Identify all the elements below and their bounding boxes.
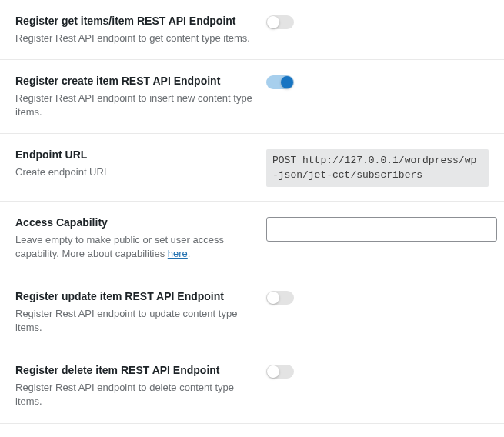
access-capability-input[interactable] (266, 217, 497, 242)
endpoint-url-value: POST http://127.0.0.1/wordpress/wp-json/… (266, 149, 489, 186)
toggle-create-item[interactable] (266, 75, 294, 89)
row-desc: Register Rest API endpoint to update con… (15, 307, 254, 335)
row-control (266, 363, 489, 409)
row-control (266, 14, 489, 45)
row-desc: Register Rest API endpoint to insert new… (15, 92, 254, 119)
row-label-group: Endpoint URL Create endpoint URL (15, 148, 254, 186)
setting-row-access-capability: Access Capability Leave empty to make pu… (0, 202, 504, 275)
desc-text-pre: Leave empty to make public or set user a… (15, 234, 224, 259)
row-title: Endpoint URL (15, 148, 254, 162)
toggle-update-item[interactable] (266, 291, 294, 305)
row-label-group: Register update item REST API Endpoint R… (15, 289, 254, 335)
row-control: POST http://127.0.0.1/wordpress/wp-json/… (266, 148, 489, 186)
row-label-group: Register create item REST API Endpoint R… (15, 74, 254, 119)
row-label-group: Register delete item REST API Endpoint R… (15, 363, 254, 409)
row-label-group: Access Capability Leave empty to make pu… (15, 215, 254, 261)
row-title: Register create item REST API Endpoint (15, 74, 254, 88)
row-desc: Leave empty to make public or set user a… (15, 233, 254, 261)
row-title: Register delete item REST API Endpoint (15, 363, 254, 378)
setting-row-delete-item: Register delete item REST API Endpoint R… (0, 349, 504, 423)
row-control (266, 74, 489, 119)
setting-row-get-items: Register get items/item REST API Endpoin… (0, 0, 504, 60)
row-title: Register get items/item REST API Endpoin… (15, 14, 254, 28)
row-desc: Register Rest API endpoint to delete con… (15, 381, 254, 409)
toggle-get-items[interactable] (266, 15, 294, 29)
toggle-delete-item[interactable] (266, 365, 294, 379)
setting-row-update-item: Register update item REST API Endpoint R… (0, 275, 504, 349)
row-control (266, 289, 489, 335)
row-title: Register update item REST API Endpoint (15, 289, 254, 304)
row-desc: Create endpoint URL (15, 165, 254, 179)
capabilities-link[interactable]: here (168, 248, 188, 259)
row-label-group: Register get items/item REST API Endpoin… (15, 14, 254, 45)
desc-text-post: . (188, 248, 191, 259)
row-control (266, 215, 497, 261)
row-desc: Register Rest API endpoint to get conten… (15, 32, 254, 45)
row-title: Access Capability (15, 215, 254, 230)
setting-row-create-item: Register create item REST API Endpoint R… (0, 60, 504, 134)
setting-row-endpoint-url: Endpoint URL Create endpoint URL POST ht… (0, 134, 504, 201)
